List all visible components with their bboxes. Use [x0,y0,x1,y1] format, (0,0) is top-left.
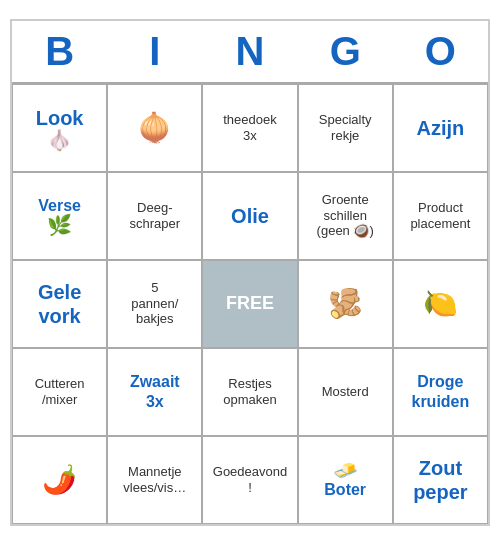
bingo-cell-17: Restjes opmaken [202,348,297,436]
bingo-cell-6: Deeg- schraper [107,172,202,260]
bingo-cell-2: theedoek 3x [202,84,297,172]
bingo-cell-5: Verse🌿 [12,172,107,260]
cell-text-3: Specialty rekje [319,112,372,143]
cell-text-6: Deeg- schraper [130,200,181,231]
cell-icon-14: 🍋 [423,290,458,318]
cell-text-18: Mosterd [322,384,369,400]
cell-text-19: Droge kruiden [411,372,469,410]
cell-text-23: Boter [324,480,366,499]
bingo-cell-7: Olie [202,172,297,260]
header-letter-g: G [298,21,393,82]
cell-text-15: Cutteren /mixer [35,376,85,407]
cell-text-0: Look [36,106,84,130]
bingo-cell-18: Mosterd [298,348,393,436]
cell-text-8: Groente schillen (geen 🥥) [317,192,374,239]
bingo-cell-24: Zout peper [393,436,488,524]
bingo-cell-10: Gele vork [12,260,107,348]
bingo-cell-22: Goedeavond ! [202,436,297,524]
cell-icon-13: 🫚 [328,290,363,318]
bingo-cell-19: Droge kruiden [393,348,488,436]
bingo-cell-0: Look🧄 [12,84,107,172]
bingo-cell-14: 🍋 [393,260,488,348]
bingo-cell-12: FREE [202,260,297,348]
bingo-cell-23: 🧈Boter [298,436,393,524]
bingo-cell-15: Cutteren /mixer [12,348,107,436]
cell-icon-0: 🧄 [47,130,72,150]
cell-icon-23: 🧈 [333,460,358,480]
cell-text-17: Restjes opmaken [223,376,276,407]
cell-text-10: Gele vork [38,280,81,328]
bingo-header: BINGO [12,21,488,82]
cell-text-24: Zout peper [413,456,467,504]
cell-text-16: Zwaait 3x [130,372,180,410]
bingo-cell-9: Product placement [393,172,488,260]
bingo-cell-4: Azijn [393,84,488,172]
header-letter-o: O [393,21,488,82]
cell-text-4: Azijn [417,116,465,140]
bingo-cell-13: 🫚 [298,260,393,348]
bingo-cell-1: 🧅 [107,84,202,172]
bingo-cell-21: Mannetje vlees/vis… [107,436,202,524]
free-space-label: FREE [226,293,274,314]
cell-text-5: Verse [38,196,81,215]
bingo-grid: Look🧄🧅theedoek 3xSpecialty rekjeAzijnVer… [12,82,488,524]
cell-icon-5: 🌿 [47,215,72,235]
cell-text-11: 5 pannen/ bakjes [131,280,178,327]
bingo-card: BINGO Look🧄🧅theedoek 3xSpecialty rekjeAz… [10,19,490,526]
bingo-cell-16: Zwaait 3x [107,348,202,436]
header-letter-b: B [12,21,107,82]
cell-text-2: theedoek 3x [223,112,277,143]
bingo-cell-3: Specialty rekje [298,84,393,172]
cell-icon-1: 🧅 [137,114,172,142]
bingo-cell-8: Groente schillen (geen 🥥) [298,172,393,260]
cell-text-21: Mannetje vlees/vis… [123,464,186,495]
header-letter-i: I [107,21,202,82]
bingo-cell-20: 🌶️ [12,436,107,524]
header-letter-n: N [202,21,297,82]
bingo-cell-11: 5 pannen/ bakjes [107,260,202,348]
cell-text-9: Product placement [410,200,470,231]
cell-icon-20: 🌶️ [42,466,77,494]
cell-text-7: Olie [231,204,269,228]
cell-text-22: Goedeavond ! [213,464,287,495]
